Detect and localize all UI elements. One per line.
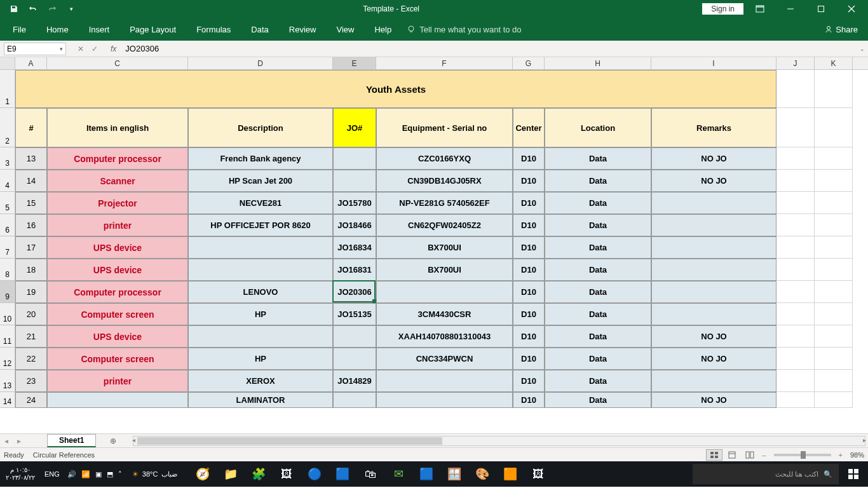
cell-item[interactable]	[47, 392, 188, 408]
cell-center[interactable]: D10	[513, 192, 545, 214]
cell-desc[interactable]: LAMINATOR	[188, 392, 333, 408]
cell-rem[interactable]	[651, 236, 776, 259]
cell-equip[interactable]: NP-VE281G 5740562EF	[376, 192, 513, 214]
cell-desc[interactable]: HP OFFICEJET POR 8620	[188, 214, 333, 236]
formula-input[interactable]	[123, 43, 857, 55]
cell-jo[interactable]: JO18466	[333, 214, 376, 236]
cell-item[interactable]: Computer processor	[47, 281, 188, 303]
fx-icon[interactable]: fx	[111, 44, 116, 53]
cell-jo[interactable]	[333, 147, 376, 170]
wifi-icon[interactable]: 📶	[81, 470, 90, 478]
cell-rem[interactable]	[651, 214, 776, 236]
taskbar-app[interactable]: 🎨	[470, 461, 495, 487]
cell-rem[interactable]	[651, 281, 776, 303]
cell-rem[interactable]	[651, 370, 776, 392]
cell-equip[interactable]	[376, 281, 513, 303]
taskbar-app[interactable]: 🪟	[442, 461, 467, 487]
add-sheet-button[interactable]: ⊕	[106, 434, 120, 448]
select-all-corner[interactable]	[0, 57, 15, 69]
cell-equip[interactable]: CN39DB14GJ05RX	[376, 170, 513, 192]
cell-rem[interactable]	[651, 192, 776, 214]
sheet-tab-active[interactable]: Sheet1	[47, 434, 96, 447]
header-center[interactable]: Center	[513, 108, 545, 147]
col-header[interactable]: A	[15, 57, 47, 69]
sheet-nav-prev[interactable]: ◂	[0, 437, 13, 445]
tell-me[interactable]: Tell me what you want to do	[407, 25, 521, 34]
taskbar-app[interactable]: 🖼	[274, 461, 299, 487]
sheet-title[interactable]: Youth Assets	[15, 70, 776, 108]
scrollbar-thumb[interactable]	[137, 437, 442, 445]
cell-desc[interactable]: HP Scan Jet 200	[188, 170, 333, 192]
ribbon-tab[interactable]: Page Layout	[119, 18, 186, 41]
cell-jo[interactable]: JO16834	[333, 236, 376, 259]
cell-item[interactable]: UPS device	[47, 259, 188, 281]
file-tab[interactable]: File	[3, 18, 36, 41]
cell-jo[interactable]	[333, 325, 376, 348]
grid[interactable]: 1 Youth Assets 2 # Items in english Desc…	[0, 70, 868, 433]
cell-desc[interactable]	[188, 236, 333, 259]
cell-num[interactable]: 15	[15, 192, 47, 214]
cell-desc[interactable]: NECVE281	[188, 192, 333, 214]
cell-rem[interactable]	[651, 303, 776, 325]
cell-jo[interactable]: JO15135	[333, 303, 376, 325]
cell-item[interactable]: UPS device	[47, 236, 188, 259]
row-header[interactable]: 2	[0, 108, 15, 147]
enter-formula-icon[interactable]: ✓	[92, 44, 98, 53]
row-header[interactable]: 7	[0, 236, 15, 259]
taskbar-weather[interactable]: ☀ 38°C ضباب	[126, 470, 184, 478]
col-header[interactable]: C	[47, 57, 188, 69]
cell-equip[interactable]: CZC0166YXQ	[376, 147, 513, 170]
cell-jo[interactable]: JO16831	[333, 259, 376, 281]
header-desc[interactable]: Description	[188, 108, 333, 147]
col-header[interactable]: J	[776, 57, 815, 69]
cell-loc[interactable]: Data	[545, 147, 651, 170]
row-header[interactable]: 13	[0, 370, 15, 392]
row-header[interactable]: 3	[0, 147, 15, 170]
cell-num[interactable]: 22	[15, 348, 47, 370]
col-header[interactable]: I	[651, 57, 776, 69]
cell-equip[interactable]: BX700UI	[376, 259, 513, 281]
cell-item[interactable]: Computer screen	[47, 303, 188, 325]
horizontal-scrollbar[interactable]: ◂ ▸	[133, 436, 865, 446]
cell-rem[interactable]: NO JO	[651, 170, 776, 192]
cell-center[interactable]: D10	[513, 214, 545, 236]
cell-loc[interactable]: Data	[545, 348, 651, 370]
taskbar-tray[interactable]: 🔊 📶 ▣ ⬒ ˄	[64, 470, 126, 478]
ribbon-tab[interactable]: Help	[364, 18, 402, 41]
cell-center[interactable]: D10	[513, 147, 545, 170]
cell-num[interactable]: 24	[15, 392, 47, 408]
col-header[interactable]: H	[545, 57, 651, 69]
taskbar-search[interactable]: 🔍 اكتب هنا للبحث	[693, 464, 839, 484]
cell-equip[interactable]: BX700UI	[376, 236, 513, 259]
taskbar-app[interactable]: 🖼	[526, 461, 551, 487]
header-num[interactable]: #	[15, 108, 47, 147]
signin-button[interactable]: Sign in	[702, 3, 743, 15]
cell-jo[interactable]: JO20306	[333, 281, 376, 303]
cell-equip[interactable]	[376, 370, 513, 392]
row-header[interactable]: 5	[0, 192, 15, 214]
cell-num[interactable]: 23	[15, 370, 47, 392]
taskbar-app[interactable]: 📁	[218, 461, 243, 487]
row-header[interactable]: 9	[0, 281, 15, 303]
cell-center[interactable]: D10	[513, 370, 545, 392]
row-header[interactable]: 1	[0, 70, 15, 108]
cell-desc[interactable]: HP	[188, 348, 333, 370]
cell-num[interactable]: 13	[15, 147, 47, 170]
view-layout-icon[interactable]	[724, 449, 740, 461]
cell-jo[interactable]	[333, 170, 376, 192]
cell-num[interactable]: 19	[15, 281, 47, 303]
taskbar-app[interactable]: 🟧	[498, 461, 523, 487]
cell-center[interactable]: D10	[513, 259, 545, 281]
zoom-slider[interactable]	[774, 454, 831, 456]
cell-rem[interactable]: NO JO	[651, 392, 776, 408]
cell-loc[interactable]: Data	[545, 392, 651, 408]
volume-icon[interactable]: 🔊	[67, 470, 76, 478]
cell-item[interactable]: printer	[47, 370, 188, 392]
cell-num[interactable]: 21	[15, 325, 47, 348]
header-rem[interactable]: Remarks	[651, 108, 776, 147]
tray-icon[interactable]: ▣	[95, 470, 102, 478]
redo-icon[interactable]	[43, 0, 61, 18]
cell-center[interactable]: D10	[513, 348, 545, 370]
taskbar-app[interactable]: ✉	[386, 461, 411, 487]
cell-center[interactable]: D10	[513, 303, 545, 325]
